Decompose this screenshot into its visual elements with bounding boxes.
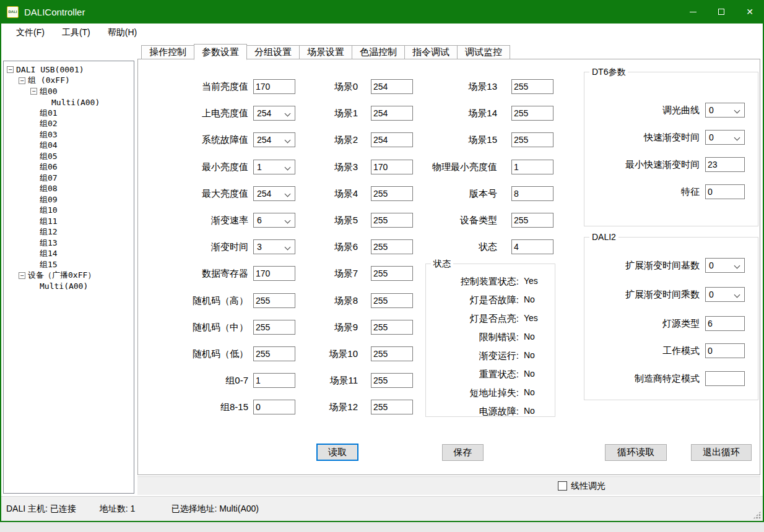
- resize-grip-icon[interactable]: [753, 511, 761, 519]
- tree-item-15[interactable]: 组12: [4, 227, 134, 238]
- tree-item-9[interactable]: 组06: [4, 162, 134, 173]
- tab-1[interactable]: 参数设置: [194, 44, 247, 60]
- tree-item-label: 组09: [40, 194, 58, 205]
- menu-tools[interactable]: 工具(T): [53, 24, 99, 41]
- light-source-type-input[interactable]: [705, 316, 745, 331]
- tab-6[interactable]: 调试监控: [457, 45, 510, 59]
- fast-fade-time-select[interactable]: 0: [705, 130, 745, 145]
- ext-fade-time-multiplier-select[interactable]: 0: [705, 287, 745, 302]
- menu-file[interactable]: 文件(F): [7, 24, 53, 41]
- close-button[interactable]: ✕: [736, 0, 764, 24]
- scene-14-label: 场景14: [404, 106, 497, 121]
- tree-item-20[interactable]: Multi(A00): [4, 281, 134, 292]
- scene-10-label: 场景10: [253, 346, 358, 361]
- device-tree[interactable]: DALI USB(0001)组 (0xFF)组00Multi(A00)组01组0…: [3, 61, 134, 494]
- dimming-curve-select[interactable]: 0: [705, 103, 745, 118]
- scene-14-input[interactable]: [511, 106, 553, 121]
- tree-item-8[interactable]: 组05: [4, 151, 134, 162]
- tree-item-14[interactable]: 组11: [4, 216, 134, 227]
- read-button[interactable]: 读取: [316, 444, 358, 461]
- loop-read-button[interactable]: 循环读取: [605, 444, 667, 461]
- scene-10-input[interactable]: [371, 346, 413, 361]
- lamp-failure-label: 灯是否故障:: [426, 294, 519, 306]
- save-button[interactable]: 保存: [442, 444, 484, 461]
- version-label: 版本号: [404, 186, 497, 201]
- tree-item-2[interactable]: 组00: [4, 86, 134, 97]
- device-type-label: 设备类型: [404, 213, 497, 228]
- lamp-on-label: 灯是否点亮:: [426, 313, 519, 325]
- power-failure-label: 电源故障:: [426, 406, 519, 418]
- scene-15-input[interactable]: [511, 132, 553, 147]
- tree-expander-icon[interactable]: [7, 66, 14, 73]
- scene-0-label: 场景0: [253, 79, 358, 94]
- scene-6-label: 场景6: [253, 239, 358, 254]
- tree-item-3[interactable]: Multi(A00): [4, 97, 134, 108]
- tree-item-label: 设备（广播0xFF）: [28, 270, 95, 281]
- tree-item-label: 组14: [40, 248, 58, 259]
- scene-7-input[interactable]: [371, 266, 413, 281]
- random-code-low-label: 随机码（低）: [143, 346, 248, 361]
- version-input[interactable]: [511, 186, 553, 201]
- tree-item-17[interactable]: 组14: [4, 249, 134, 260]
- dimming-curve-label: 调光曲线: [584, 103, 700, 118]
- tree-item-1[interactable]: 组 (0xFF): [4, 75, 134, 87]
- device-type-input[interactable]: [511, 213, 553, 228]
- tab-4[interactable]: 色温控制: [352, 45, 405, 59]
- tab-3[interactable]: 场景设置: [299, 45, 352, 59]
- operating-mode-input[interactable]: [705, 343, 745, 358]
- tree-item-11[interactable]: 组08: [4, 184, 134, 195]
- tree-item-label: 组04: [40, 140, 58, 151]
- scene-11-input[interactable]: [371, 373, 413, 388]
- power-on-level-label: 上电亮度值: [143, 106, 248, 121]
- group-0-7-label: 组0-7: [143, 373, 248, 388]
- tree-item-10[interactable]: 组07: [4, 173, 134, 184]
- status-input[interactable]: [511, 239, 553, 254]
- exit-loop-button[interactable]: 退出循环: [691, 444, 752, 461]
- tree-item-5[interactable]: 组02: [4, 119, 134, 130]
- close-icon: ✕: [746, 7, 753, 17]
- short-address-missing-label: 短地址掉失:: [426, 387, 519, 399]
- dali2-group-title: DALI2: [589, 232, 619, 242]
- limit-error-label: 限制错误:: [426, 332, 519, 343]
- tree-item-4[interactable]: 组01: [4, 108, 134, 119]
- manufacturer-mode-input[interactable]: [705, 371, 745, 386]
- tree-item-label: 组13: [40, 238, 58, 249]
- features-input[interactable]: [705, 184, 745, 199]
- bottom-strip: 线性调光: [137, 476, 760, 495]
- menu-help[interactable]: 帮助(H): [99, 24, 145, 41]
- linear-dimming-checkbox[interactable]: [558, 481, 567, 491]
- window-title: DALIController: [24, 7, 85, 17]
- limit-error-value: No: [524, 332, 535, 341]
- system-failure-level-label: 系统故障值: [143, 132, 248, 147]
- scene-13-input[interactable]: [511, 79, 553, 94]
- tab-5[interactable]: 指令调试: [404, 45, 458, 59]
- tree-item-19[interactable]: 设备（广播0xFF）: [4, 270, 134, 281]
- tree-expander-icon[interactable]: [19, 272, 25, 279]
- tree-item-18[interactable]: 组15: [4, 259, 134, 270]
- scene-4-label: 场景4: [253, 186, 358, 201]
- tree-item-6[interactable]: 组03: [4, 129, 134, 140]
- scene-13-label: 场景13: [404, 79, 497, 94]
- ext-fade-time-base-select[interactable]: 0: [705, 258, 745, 273]
- scene-9-input[interactable]: [371, 320, 413, 335]
- minimize-button[interactable]: [679, 0, 707, 24]
- tree-item-7[interactable]: 组04: [4, 140, 134, 152]
- tree-item-0[interactable]: DALI USB(0001): [4, 64, 134, 75]
- status-label: 状态: [404, 239, 497, 254]
- tree-item-16[interactable]: 组13: [4, 238, 134, 249]
- tree-item-label: 组11: [40, 216, 58, 227]
- physical-min-level-input[interactable]: [511, 160, 553, 174]
- control-gear-status-value: Yes: [524, 276, 538, 286]
- tab-strip: 操作控制参数设置分组设置场景设置色温控制指令调试调试监控: [141, 43, 510, 59]
- tab-0[interactable]: 操作控制: [141, 45, 194, 59]
- min-fast-fade-time-input[interactable]: [705, 157, 745, 172]
- tree-expander-icon[interactable]: [19, 77, 25, 84]
- scene-8-input[interactable]: [371, 293, 413, 308]
- scene-12-input[interactable]: [371, 400, 413, 414]
- tree-item-13[interactable]: 组10: [4, 205, 134, 217]
- maximize-button[interactable]: [707, 0, 736, 24]
- scene-9-label: 场景9: [253, 320, 358, 335]
- tree-expander-icon[interactable]: [30, 88, 37, 95]
- tree-item-12[interactable]: 组09: [4, 194, 134, 205]
- tab-2[interactable]: 分组设置: [246, 45, 300, 59]
